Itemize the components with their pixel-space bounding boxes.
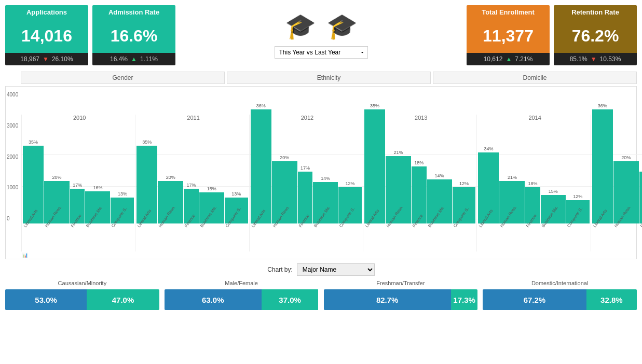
y-4000: 4000 [7,92,18,97]
bar-pct-2012-1: 20% [280,155,289,160]
split-bars-row: Causasian/Minority53.0%47.0%Male/Female6… [5,280,637,310]
kpi-admission-rate-value: 16.6% [92,19,175,53]
bar-item-2012-0: 36%Liberal Arts [251,103,271,251]
bar-pct-2010-2: 17% [73,183,82,188]
bar-pct-2014-4: 12% [573,194,582,199]
kpi-admission-rate-change: 1.11% [140,55,158,63]
kpi-total-enrollment-title: Total Enrollment [467,5,550,19]
kpi-admission-rate-prev: 16.4% [110,55,128,63]
kpi-applications: Applications 14,016 18,967 ▼ 26.10% [5,5,88,65]
bar-pct-2011-3: 15% [207,186,216,191]
bar-pct-2014-3: 15% [549,189,558,194]
split-bar-left-0: 53.0% [5,289,87,310]
domicile-label: Domicile [433,72,637,84]
ethnicity-label: Ethnicity [227,72,431,84]
split-bar-right-0: 47.0% [87,289,159,310]
kpi-retention-rate-title: Retention Rate [554,5,637,19]
bar-item-2013-1: 21%Human Reso. [386,150,411,251]
bar-item-2010-1: 20%Human Reso. [44,175,70,252]
year-group-2015: 201536%Liberal Arts20%Human Reso.17%Fina… [591,115,642,251]
split-bar-title-2: Freshman/Transfer [376,280,425,286]
kpi-applications-arrow: ▼ [43,55,49,63]
split-bar-right-1: 37.0% [262,289,319,310]
y-axis: 4000 3000 2000 1000 0 [7,92,18,221]
bar-pct-2013-1: 21% [394,150,403,155]
bar-pct-2013-4: 12% [459,181,469,186]
bar-item-2012-4: 12%Computer S. [338,181,362,251]
split-bar-left-1: 63.0% [165,289,262,310]
y-2000: 2000 [7,154,18,160]
bar-pct-2013-0: 35% [370,103,379,108]
bar-2012-0 [251,109,271,223]
bar-item-2010-0: 35%Liberal Arts [23,139,44,251]
year-label-2010: 2010 [22,115,135,121]
bar-item-2011-2: 17%Finance [184,183,198,252]
bar-pct-2012-4: 12% [346,181,355,186]
kpi-retention-rate-footer: 85.1% ▼ 10.53% [554,53,637,65]
kpi-applications-prev: 18,967 [20,55,39,63]
split-bar-right-3: 32.8% [586,289,637,310]
grad-icon-female: 🎓 [326,12,358,41]
bar-pct-2015-0: 36% [598,103,607,108]
bar-item-2011-1: 20%Human Reso. [158,175,183,252]
kpi-retention-rate-change: 10.53% [600,55,621,63]
kpi-admission-rate: Admission Rate 16.6% 16.4% ▲ 1.11% [92,5,175,65]
bar-item-2013-3: 14%Business Ma. [427,173,452,251]
bar-item-2014-2: 18%Finance [525,181,540,251]
bar-pct-2014-1: 21% [508,175,517,180]
bar-item-2013-4: 12%Computer S. [453,181,476,251]
bar-pct-2011-1: 20% [166,175,175,180]
chart-by-dropdown[interactable]: Major Name Department [297,263,375,276]
bar-pct-2011-2: 17% [187,183,196,188]
chart-icon: 📊 [21,251,634,259]
split-bar-left-3: 67.2% [483,289,586,310]
comparison-dropdown[interactable]: This Year vs Last Year 2016 vs 2015 2015… [275,46,368,59]
bars-area-2014: 34%Liberal Arts21%Human Reso.18%Finance1… [477,122,590,251]
bars-area-2011: 35%Liberal Arts20%Human Reso.17%Finance1… [135,122,249,251]
split-bar-section-1: Male/Female63.0%37.0% [165,280,319,310]
year-group-2014: 201434%Liberal Arts21%Human Reso.18%Fina… [476,115,590,251]
bar-pct-2010-0: 35% [29,139,38,145]
bar-item-2015-1: 20%Human Reso. [613,155,639,251]
kpi-total-enrollment: Total Enrollment 11,377 10,612 ▲ 7.21% [467,5,550,65]
bar-item-2015-2: 17%Finance [639,165,642,251]
bar-pct-2012-2: 17% [300,165,310,171]
split-bar-section-3: Domestic/International67.2%32.8% [483,280,637,310]
split-bar-0: 53.0%47.0% [5,289,159,310]
bar-pct-2014-0: 34% [484,146,493,151]
bar-pct-2014-2: 18% [528,181,538,186]
center-section: 🎓 🎓 This Year vs Last Year 2016 vs 2015 … [180,5,462,65]
bar-pct-2015-1: 20% [621,155,631,160]
bar-item-2015-0: 36%Liberal Arts [592,103,613,251]
split-bar-3: 67.2%32.8% [483,289,637,310]
bar-item-2010-2: 17%Finance [70,183,85,252]
bar-pct-2012-0: 36% [256,103,266,108]
kpi-retention-rate: Retention Rate 76.2% 85.1% ▼ 10.53% [554,5,637,65]
bar-2013-0 [364,109,385,223]
bar-pct-2011-4: 13% [231,191,241,197]
y-0: 0 [7,216,18,221]
bar-item-2011-3: 15%Business Ma. [199,186,224,251]
bar-2015-2 [639,172,642,223]
split-bar-left-2: 82.7% [324,289,451,310]
bars-area-2012: 36%Liberal Arts20%Human Reso.17%Finance1… [250,122,363,251]
chart-by-row: Chart by: Major Name Department [5,263,637,276]
split-bar-right-2: 17.3% [451,289,477,310]
kpi-row: Applications 14,016 18,967 ▼ 26.10% Admi… [5,5,637,65]
bar-pct-2010-1: 20% [52,175,61,180]
split-bar-section-2: Freshman/Transfer82.7%17.3% [324,280,478,310]
bar-pct-2012-3: 14% [321,176,330,181]
bar-item-2011-4: 13%Computer S. [225,191,248,251]
kpi-applications-change: 26.10% [52,55,73,63]
graduation-icons: 🎓 🎓 [285,12,358,41]
bars-area-2015: 36%Liberal Arts20%Human Reso.17%Finance1… [591,122,642,251]
bar-2015-0 [592,109,613,223]
kpi-total-enrollment-footer: 10,612 ▲ 7.21% [467,53,550,65]
bar-item-2010-3: 16%Business Ma. [85,185,110,252]
kpi-admission-rate-arrow: ▲ [131,55,137,63]
kpi-total-enrollment-prev: 10,612 [484,55,503,63]
grad-icon-male: 🎓 [285,12,316,41]
kpi-retention-rate-prev: 85.1% [570,55,588,63]
bar-pct-2011-0: 35% [142,139,152,145]
bar-item-2010-4: 13%Computer S. [111,191,134,251]
